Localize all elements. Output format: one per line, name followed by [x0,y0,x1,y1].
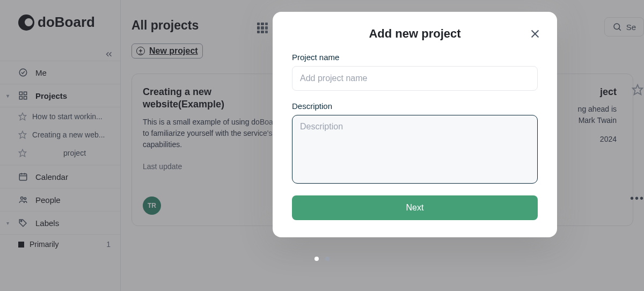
modal-title: Add new project [292,27,538,41]
description-textarea[interactable] [292,115,538,184]
description-label: Description [292,101,538,111]
close-icon[interactable] [529,28,541,40]
project-name-input[interactable] [292,66,538,91]
project-name-label: Project name [292,53,538,62]
dot-active[interactable] [314,257,319,261]
next-button[interactable]: Next [292,195,538,220]
dot[interactable] [325,257,330,261]
pagination-dots [314,257,330,261]
add-project-modal: Add new project Project name Description… [273,12,557,237]
